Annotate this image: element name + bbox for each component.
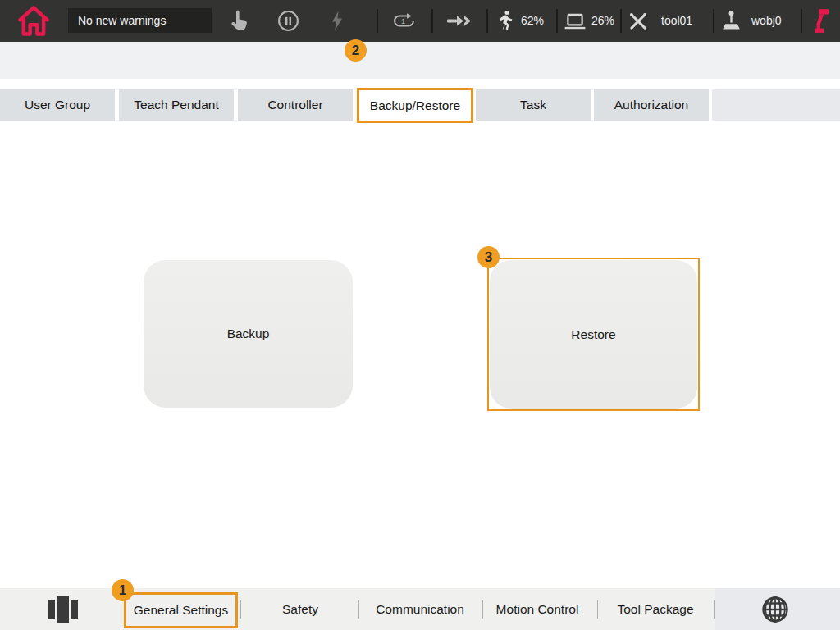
pause-button[interactable] (277, 10, 299, 32)
nav-safety[interactable]: Safety (282, 588, 318, 630)
tools-icon (628, 11, 649, 32)
laptop-icon (564, 12, 587, 30)
divider (801, 9, 802, 33)
language-button[interactable] (760, 595, 790, 624)
panels-menu-button[interactable] (48, 596, 78, 623)
speed-indicator[interactable] (495, 9, 515, 32)
tab-controller[interactable]: Controller (238, 89, 353, 121)
nav-tool-package[interactable]: Tool Package (617, 588, 693, 630)
tab-user-group[interactable]: User Group (0, 89, 115, 121)
restore-button[interactable]: Restore (490, 260, 697, 409)
nav-communication[interactable]: Communication (376, 588, 464, 630)
teach-pendant-screen: No new warnings (0, 0, 840, 630)
nav-motion-control[interactable]: Motion Control (496, 588, 579, 630)
globe-icon (760, 595, 790, 624)
joystick-icon (720, 9, 742, 32)
step-forward-icon (446, 14, 474, 28)
annotation-badge-2: 2 (345, 39, 367, 62)
restore-highlight-box: Restore (487, 258, 700, 411)
system-load-indicator[interactable] (564, 12, 587, 30)
annotation-badge-1: 1 (112, 579, 134, 601)
warning-status-box[interactable]: No new warnings (68, 8, 212, 33)
tab-backup-restore[interactable]: Backup/Restore (357, 88, 473, 123)
step-forward-button[interactable] (446, 14, 474, 28)
divider (431, 9, 433, 33)
divider (620, 9, 622, 33)
hand-icon (230, 9, 249, 32)
robot-panel-button[interactable] (812, 7, 830, 34)
loop-count-label: 1 (401, 17, 405, 25)
backup-button[interactable]: Backup (144, 260, 353, 408)
system-load-value: 26% (591, 0, 614, 42)
divider (240, 600, 241, 619)
speed-value: 62% (521, 0, 544, 42)
divider (377, 9, 378, 33)
annotation-badge-3: 3 (477, 246, 500, 268)
tool-selector[interactable] (628, 11, 649, 32)
home-button[interactable] (16, 4, 51, 37)
robot-arm-icon (812, 7, 830, 34)
tab-bar: User Group Teach Pendant Controller Back… (0, 42, 840, 79)
tab-bar-filler (712, 89, 840, 121)
divider (358, 600, 359, 619)
divider (713, 9, 714, 33)
lightning-icon (331, 10, 344, 32)
home-icon (16, 4, 51, 37)
loop-once-icon: 1 (391, 12, 418, 30)
tab-teach-pendant[interactable]: Teach Pendant (119, 89, 234, 121)
loop-once-button[interactable]: 1 (391, 12, 418, 30)
divider (482, 600, 483, 619)
language-section (715, 588, 840, 630)
tool-value[interactable]: tool01 (661, 0, 692, 42)
top-status-bar: No new warnings (0, 0, 840, 42)
divider (597, 600, 598, 619)
workobject-value[interactable]: wobj0 (751, 0, 782, 42)
tab-task[interactable]: Task (476, 89, 591, 121)
divider (486, 9, 488, 33)
workobject-selector[interactable] (720, 9, 742, 32)
pause-icon (277, 10, 299, 32)
panels-menu-icon (48, 596, 78, 623)
hand-guide-button[interactable] (230, 9, 249, 32)
power-button[interactable] (331, 10, 344, 32)
runner-icon (495, 9, 515, 32)
nav-general-settings[interactable]: General Settings (124, 592, 238, 628)
divider (556, 9, 558, 33)
tab-authorization[interactable]: Authorization (594, 89, 709, 121)
